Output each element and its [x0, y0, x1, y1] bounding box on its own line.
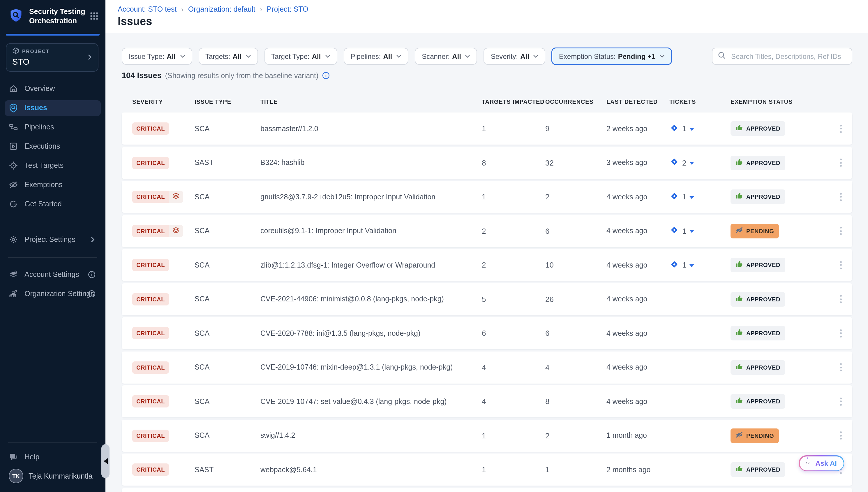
table-row[interactable]: CRITICAL SCA CVE-2019-10746: mixin-deep@… [122, 351, 852, 383]
sidebar-item-get-started[interactable]: Get Started [5, 196, 101, 212]
targets-impacted-cell: 8 [482, 158, 545, 167]
filter-chip-exemption-status[interactable]: Exemption Status: Pending +1 [552, 48, 672, 65]
table-row[interactable]: CRITICAL SCA gnutls28@3.7.9-2+deb12u5: I… [122, 181, 852, 213]
app-grid-icon[interactable] [90, 12, 99, 20]
collapse-arrow-icon [103, 458, 107, 464]
ticket-dropdown[interactable]: 1 [669, 225, 731, 237]
table-row[interactable]: CRITICAL SCA zlib@1:1.2.13.dfsg-1: Integ… [122, 249, 852, 281]
issue-title[interactable]: CVE-2019-10747: set-value@0.4.3 (lang-pk… [260, 397, 482, 405]
table-row[interactable]: CRITICAL SAST webpack@5.64.1 1 1 2 month… [122, 453, 852, 486]
issue-title[interactable]: CVE-2021-44906: minimist@0.0.8 (lang-pkg… [260, 295, 482, 303]
row-menu-button[interactable] [835, 361, 846, 374]
dropdown-triangle-icon [689, 227, 694, 235]
issue-title[interactable]: CVE-2019-10746: mixin-deep@1.3.1 (lang-p… [260, 363, 482, 371]
exemption-status-badge: PENDING [731, 224, 779, 238]
row-menu-button[interactable] [835, 395, 846, 408]
sidebar-item-exemptions[interactable]: Exemptions [5, 177, 101, 193]
filter-chip-scanner[interactable]: Scanner: All [415, 48, 477, 65]
issue-title[interactable]: gnutls28@3.7.9-2+deb12u5: Improper Input… [260, 193, 482, 201]
sidebar-item-account-settings[interactable]: Account Settings [5, 267, 101, 283]
sidebar-item-executions[interactable]: Executions [5, 139, 101, 154]
row-menu-button[interactable] [835, 190, 846, 203]
ask-ai-button[interactable]: Ask AI [799, 455, 844, 471]
app-title: Security Testing Orchestration [29, 7, 87, 26]
issue-type-cell: SCA [194, 329, 260, 337]
ticket-count: 1 [682, 261, 686, 269]
layers-gear-icon [9, 270, 18, 279]
issue-title[interactable]: swig//1.4.2 [260, 432, 482, 440]
last-detected-cell: 4 weeks ago [606, 193, 669, 201]
breadcrumb-link[interactable]: Account: STO test [118, 5, 177, 14]
sidebar-item-organization-settings[interactable]: Organization Settings [5, 286, 101, 302]
sidebar-item-test-targets[interactable]: Test Targets [5, 158, 101, 174]
table-row[interactable]: CRITICAL SCA coreutils@9.1-1: Improper I… [122, 215, 852, 247]
exemption-status-badge: APPROVED [731, 360, 785, 374]
target-icon [9, 161, 18, 171]
filter-chip-target-type[interactable]: Target Type: All [264, 48, 337, 65]
table-row[interactable]: CRITICAL SCA swig//1.4.2 1 2 1 month ago… [122, 419, 852, 451]
table-row[interactable]: CRITICAL SAST B324: hashlib 8 32 3 weeks… [122, 147, 852, 179]
row-menu-button[interactable] [835, 327, 846, 340]
targets-impacted-cell: 2 [482, 261, 545, 269]
row-menu-button[interactable] [835, 259, 846, 271]
occurrences-cell: 32 [545, 158, 606, 167]
issue-title[interactable]: coreutils@9.1-1: Improper Input Validati… [260, 227, 482, 235]
breadcrumb-link[interactable]: Project: STO [267, 5, 309, 14]
issue-type-cell: SCA [194, 193, 260, 201]
sidebar-collapse-handle[interactable] [101, 444, 109, 478]
table-row[interactable]: CRITICAL SCA CVE-2020-7788: ini@1.3.5 (l… [122, 317, 852, 349]
home-icon [9, 84, 18, 94]
ticket-dropdown[interactable]: 1 [669, 191, 731, 202]
row-menu-button[interactable] [835, 122, 846, 135]
table-row[interactable]: CRITICAL SCA bassmaster//1.2.0 1 9 2 wee… [122, 113, 852, 145]
issue-type-cell: SCA [194, 432, 260, 440]
issue-title[interactable]: B324: hashlib [260, 158, 482, 167]
svg-text:?: ? [11, 454, 14, 458]
row-menu-button[interactable] [835, 429, 846, 442]
eye-slash-icon [735, 430, 743, 440]
get-started-icon [9, 200, 18, 209]
page-title: Issues [118, 15, 152, 28]
sidebar-item-pipelines[interactable]: Pipelines [5, 120, 101, 135]
row-menu-button[interactable] [835, 224, 846, 237]
issue-type-cell: SCA [194, 261, 260, 269]
sidebar-item-overview[interactable]: Overview [5, 81, 101, 97]
info-icon [88, 290, 96, 298]
table-row[interactable]: CRITICAL SCA CVE-2021-44906: minimist@0.… [122, 283, 852, 315]
ticket-dropdown[interactable]: 2 [669, 157, 731, 169]
filter-value: All [312, 52, 321, 60]
thumbs-up-icon [735, 465, 743, 474]
jira-ticket-icon [669, 225, 679, 237]
ticket-dropdown[interactable]: 1 [669, 123, 731, 134]
search-icon [712, 51, 730, 62]
breadcrumb-link[interactable]: Organization: default [188, 5, 256, 14]
targets-impacted-cell: 4 [482, 363, 545, 372]
filter-chip-targets[interactable]: Targets: All [199, 48, 258, 65]
issue-title[interactable]: webpack@5.64.1 [260, 466, 482, 474]
row-menu-button[interactable] [835, 156, 846, 169]
table-row[interactable]: CRITICAL SCA CVE-2019-10747: set-value@0… [122, 385, 852, 417]
last-detected-cell: 3 weeks ago [606, 158, 669, 167]
sidebar-item-project-settings[interactable]: Project Settings [5, 232, 101, 248]
sidebar-item-issues[interactable]: Issues [5, 100, 101, 116]
issue-title[interactable]: zlib@1:1.2.13.dfsg-1: Integer Overflow o… [260, 261, 482, 269]
filter-chip-severity[interactable]: Severity: All [484, 48, 546, 65]
issue-title[interactable]: CVE-2020-7788: ini@1.3.5 (lang-pkgs, nod… [260, 329, 482, 337]
info-icon[interactable] [322, 72, 330, 79]
severity-badge: CRITICAL [132, 259, 169, 271]
filter-chip-pipelines[interactable]: Pipelines: All [343, 48, 409, 65]
severity-badge: CRITICAL [132, 156, 169, 169]
search-input[interactable] [730, 52, 852, 61]
ticket-dropdown[interactable]: 1 [669, 259, 731, 271]
project-selector[interactable]: PROJECT STO [6, 43, 99, 72]
chevron-down-icon [465, 52, 470, 60]
sidebar-item-help[interactable]: ? Help [5, 449, 101, 465]
user-menu[interactable]: TK Teja Kummarikuntla [5, 468, 101, 484]
row-menu-button[interactable] [835, 293, 846, 305]
filter-chip-issue-type[interactable]: Issue Type: All [122, 48, 192, 65]
exemption-status-badge: PENDING [731, 428, 779, 443]
occurrences-cell: 4 [545, 363, 606, 372]
issue-title[interactable]: bassmaster//1.2.0 [260, 124, 482, 132]
chevron-down-icon [533, 52, 538, 60]
table-row[interactable]: CRITICAL SAST django@1.2 1 22 2 months a… [122, 488, 852, 492]
